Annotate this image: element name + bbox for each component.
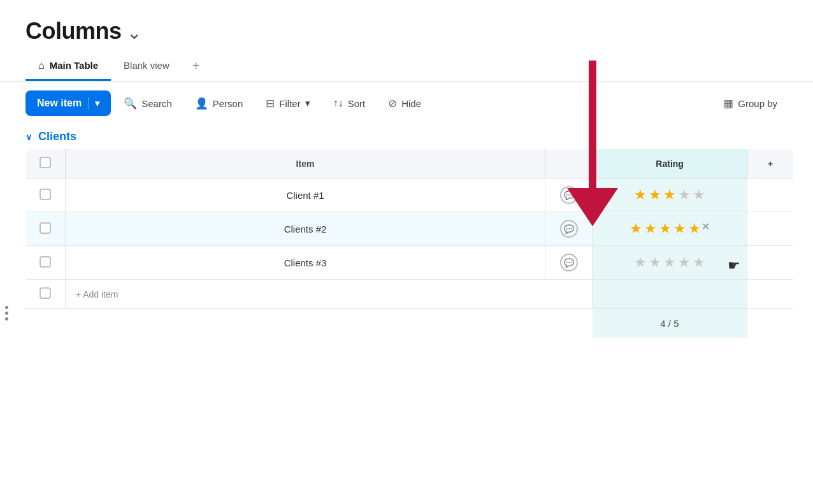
star-empty[interactable]: ★ <box>693 254 705 271</box>
tab-main-table[interactable]: ⌂ Main Table <box>25 54 111 81</box>
select-all-checkbox[interactable] <box>40 157 51 168</box>
star-filled[interactable]: ★ <box>634 187 647 203</box>
data-table: Item Rating + Client #1 💬 <box>25 148 794 338</box>
group-header[interactable]: ∨ Clients <box>25 125 794 148</box>
star-filled[interactable]: ★ <box>673 220 686 237</box>
home-icon: ⌂ <box>38 60 45 71</box>
row1-comment[interactable]: 💬 <box>545 178 593 212</box>
add-item-row: + Add item <box>26 280 794 309</box>
rating-header[interactable]: Rating <box>593 149 747 178</box>
star-empty[interactable]: ★ <box>678 254 691 271</box>
row3-item: Clients #3 <box>65 246 545 280</box>
sort-icon: ↑↓ <box>333 97 343 109</box>
row2-item: Clients #2 <box>65 212 545 246</box>
comment-icon: 💬 <box>564 258 574 268</box>
item-header: Item <box>65 149 545 178</box>
star-filled[interactable]: ★ <box>630 220 642 237</box>
add-item-add <box>747 280 794 309</box>
row2-check[interactable] <box>26 212 66 246</box>
row3-rating[interactable]: ★ ★ ★ ★ ★ ☛ <box>593 246 747 280</box>
table-footer-row: 4 / 5 <box>26 309 794 338</box>
star-filled[interactable]: ★ <box>663 187 676 203</box>
star-empty[interactable]: ★ <box>649 254 661 271</box>
row3-comment[interactable]: 💬 <box>545 246 593 280</box>
row2-rating[interactable]: ★ ★ ★ ★ ★ ✕ <box>593 212 747 246</box>
group-label: Clients <box>38 130 76 143</box>
search-button[interactable]: 🔍 Search <box>113 91 182 116</box>
add-item-rating <box>593 280 747 309</box>
star-empty[interactable]: ★ <box>634 254 647 271</box>
star-filled[interactable]: ★ <box>649 187 661 203</box>
filter-icon: ⊟ <box>266 97 275 110</box>
new-item-button[interactable]: New item ▾ <box>25 90 111 116</box>
tabs-bar: ⌂ Main Table Blank view + <box>0 52 813 82</box>
row1-item: Client #1 <box>65 178 545 212</box>
star-filled[interactable]: ★ <box>688 220 701 237</box>
group-by-icon: ▦ <box>723 97 733 110</box>
hide-button[interactable]: ⊘ Hide <box>378 91 431 116</box>
footer-rating-summary: 4 / 5 <box>593 309 747 338</box>
add-item-check <box>26 280 66 309</box>
filter-chevron-icon: ▾ <box>305 97 310 109</box>
cursor-icon: ☛ <box>728 257 740 274</box>
new-item-chevron-icon: ▾ <box>95 98 99 108</box>
filter-button[interactable]: ⊟ Filter ▾ <box>255 91 320 116</box>
star-empty[interactable]: ★ <box>663 254 676 271</box>
comment-icon: 💬 <box>564 191 574 200</box>
row3-add <box>747 246 794 280</box>
add-col-header[interactable]: + <box>747 149 794 178</box>
star-empty[interactable]: ★ <box>678 187 691 203</box>
star-filled[interactable]: ★ <box>659 220 672 237</box>
page-container: Columns ⌄ ⌂ Main Table Blank view + New … <box>0 0 813 504</box>
group-by-button[interactable]: ▦ Group by <box>713 91 788 116</box>
row1-rating[interactable]: ★ ★ ★ ★ ★ <box>593 178 747 212</box>
add-item-button[interactable]: + Add item <box>65 280 592 309</box>
row1-check[interactable] <box>26 178 66 212</box>
hide-icon: ⊘ <box>388 97 397 110</box>
header-chevron-icon[interactable]: ⌄ <box>127 22 141 43</box>
tab-add-button[interactable]: + <box>182 52 210 81</box>
header: Columns ⌄ <box>0 0 813 45</box>
person-icon: 👤 <box>195 97 208 110</box>
row1-add <box>747 178 794 212</box>
table-row: Client #1 💬 ★ ★ ★ ★ ★ <box>26 178 794 212</box>
search-icon: 🔍 <box>124 97 137 110</box>
comment-icon: 💬 <box>564 224 574 234</box>
comment-header <box>545 149 593 178</box>
row2-add <box>747 212 794 246</box>
group-chevron-icon: ∨ <box>25 132 32 142</box>
tab-blank-view[interactable]: Blank view <box>111 54 182 80</box>
row2-comment[interactable]: 💬 <box>545 212 593 246</box>
sort-button[interactable]: ↑↓ Sort <box>323 92 376 115</box>
toolbar: New item ▾ 🔍 Search 👤 Person ⊟ Filter ▾ … <box>0 82 813 125</box>
table-header-row: Item Rating + <box>26 149 794 178</box>
clear-rating-button[interactable]: ✕ <box>701 220 710 237</box>
row3-check[interactable] <box>26 246 66 280</box>
person-button[interactable]: 👤 Person <box>185 91 254 116</box>
table-section: ∨ Clients Item Rating + <box>0 125 813 338</box>
dots-menu[interactable] <box>5 306 8 320</box>
star-empty[interactable]: ★ <box>693 187 705 203</box>
check-header[interactable] <box>26 149 66 178</box>
table-row: Clients #3 💬 ★ ★ ★ ★ ★ <box>26 246 794 280</box>
page-title: Columns <box>25 18 122 45</box>
table-row: Clients #2 💬 ★ ★ ★ ★ ★ ✕ <box>26 212 794 246</box>
star-filled[interactable]: ★ <box>644 220 657 237</box>
